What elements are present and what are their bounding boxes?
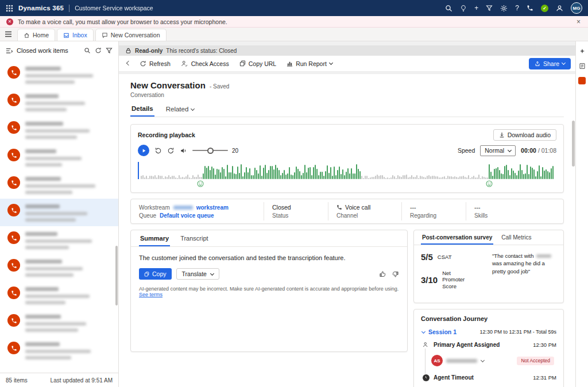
help-icon[interactable]: ?	[515, 5, 519, 11]
tab-inbox[interactable]: Inbox	[57, 29, 94, 41]
tab-new-conversation[interactable]: New Conversation	[95, 29, 167, 41]
waveform-bar	[366, 176, 368, 179]
lightbulb-icon[interactable]	[460, 5, 467, 12]
waveform-bar	[437, 176, 438, 179]
tab-details[interactable]: Details	[130, 102, 154, 117]
skip-forward-icon[interactable]	[167, 147, 175, 154]
copilot-icon[interactable]	[579, 48, 586, 55]
waveform-bar	[483, 177, 485, 179]
waveform-bar	[325, 171, 326, 179]
filter-icon[interactable]	[106, 47, 113, 54]
filter-icon[interactable]	[486, 5, 493, 11]
waveform-bar	[242, 176, 243, 179]
copy-url-button[interactable]: Copy URL	[235, 58, 281, 69]
tab-home[interactable]: Home	[17, 29, 55, 41]
work-item[interactable]	[0, 61, 118, 88]
waveform-bar	[471, 177, 473, 179]
field-regarding: --- Regarding	[402, 202, 466, 220]
thumbs-up-icon[interactable]	[379, 270, 386, 278]
speed-select[interactable]: Normal	[480, 145, 516, 156]
topbar-left: Dynamics 365 Customer Service workspace	[6, 5, 153, 12]
workstream-link[interactable]: workstream	[196, 204, 229, 211]
waveform-bar	[452, 177, 454, 179]
refresh-button[interactable]: Refresh	[135, 58, 175, 69]
thumbs-down-icon[interactable]	[392, 270, 399, 278]
waveform-bar	[301, 175, 302, 179]
volume-knob[interactable]	[207, 148, 214, 154]
phone-icon[interactable]	[527, 5, 533, 11]
notes-icon[interactable]	[579, 63, 586, 69]
work-item[interactable]	[0, 226, 118, 254]
agent-presence-icon[interactable]	[556, 5, 563, 12]
work-item[interactable]	[0, 309, 118, 336]
work-items-view-icon[interactable]	[6, 48, 13, 54]
redacted-work-item-text	[25, 176, 113, 194]
search-icon[interactable]	[84, 47, 91, 54]
waveform-bar	[380, 175, 381, 179]
session-label[interactable]: Session 1	[428, 328, 457, 335]
session-row[interactable]: Session 1 12:30 PM to 12:31 PM - Total 5…	[421, 328, 556, 335]
tab-post-conversation-survey[interactable]: Post-conversation survey	[421, 230, 493, 245]
share-button[interactable]: Share	[529, 58, 571, 69]
voice-call-icon	[7, 314, 20, 327]
see-terms-link[interactable]: See terms	[139, 292, 163, 297]
waveform-bar	[347, 168, 349, 179]
main-scrollbar[interactable]	[572, 121, 575, 167]
search-icon[interactable]	[445, 5, 452, 12]
volume-slider[interactable]	[192, 150, 228, 151]
tab-transcript[interactable]: Transcript	[179, 230, 210, 246]
conversation-journey-card: Conversation Journey Session 1 12:30 PM …	[413, 309, 564, 387]
apps-icon[interactable]	[578, 77, 586, 84]
work-item[interactable]	[0, 281, 118, 309]
presence-available-icon[interactable]: ✓	[541, 5, 548, 12]
refresh-icon[interactable]	[95, 47, 102, 54]
work-item[interactable]	[0, 336, 118, 364]
waveform-bar	[208, 166, 209, 180]
work-item[interactable]	[0, 171, 118, 199]
waveform-bar	[461, 176, 462, 179]
chevron-down-icon	[508, 148, 512, 152]
waveform-area[interactable]	[138, 161, 556, 179]
run-report-button[interactable]: Run Report	[282, 58, 337, 69]
play-button[interactable]	[138, 145, 149, 156]
hamburger-icon[interactable]	[5, 31, 12, 37]
waveform-bar	[273, 169, 274, 179]
waveform-bar	[439, 177, 440, 179]
work-item[interactable]	[0, 199, 118, 226]
check-access-button[interactable]: Check Access	[176, 58, 234, 69]
playhead[interactable]	[138, 162, 139, 179]
add-icon[interactable]: +	[474, 5, 478, 11]
waveform-bar	[201, 177, 202, 179]
gear-icon[interactable]	[500, 5, 508, 12]
volume-icon[interactable]	[180, 147, 187, 154]
workspace-name[interactable]: Customer Service workspace	[75, 5, 153, 11]
translate-button[interactable]: Translate	[176, 268, 219, 280]
playback-title: Recording playback	[138, 131, 195, 138]
account-avatar[interactable]: MG	[571, 2, 582, 14]
tab-call-metrics[interactable]: Call Metrics	[500, 230, 532, 245]
work-items-footer: 85 items Last updated at 9:51 AM	[0, 373, 118, 387]
work-item[interactable]	[0, 144, 118, 171]
summary-tabs: Summary Transcript	[131, 230, 407, 247]
waveform-bar	[444, 176, 445, 179]
close-icon[interactable]: ×	[575, 18, 582, 26]
work-item[interactable]	[0, 254, 118, 281]
queue-link[interactable]: Default voice queue	[160, 212, 214, 219]
back-icon[interactable]	[123, 63, 134, 65]
download-audio-button[interactable]: Download audio	[493, 129, 556, 141]
waveform-bar	[466, 177, 467, 180]
sidebar-scrollbar[interactable]	[115, 246, 118, 305]
work-item[interactable]	[0, 88, 118, 116]
tab-related[interactable]: Related	[165, 102, 196, 117]
copy-button[interactable]: Copy	[139, 268, 172, 280]
waveform-bar	[349, 173, 350, 179]
redacted-work-item-text	[25, 148, 113, 167]
waffle-icon[interactable]	[6, 5, 13, 12]
check-access-label: Check Access	[191, 60, 229, 67]
chevron-down-icon[interactable]	[481, 358, 485, 362]
work-item[interactable]	[0, 116, 118, 144]
tab-summary[interactable]: Summary	[139, 230, 170, 246]
app-name[interactable]: Dynamics 365	[18, 5, 64, 11]
waveform-bar	[544, 171, 545, 179]
skip-back-icon[interactable]	[154, 147, 162, 154]
